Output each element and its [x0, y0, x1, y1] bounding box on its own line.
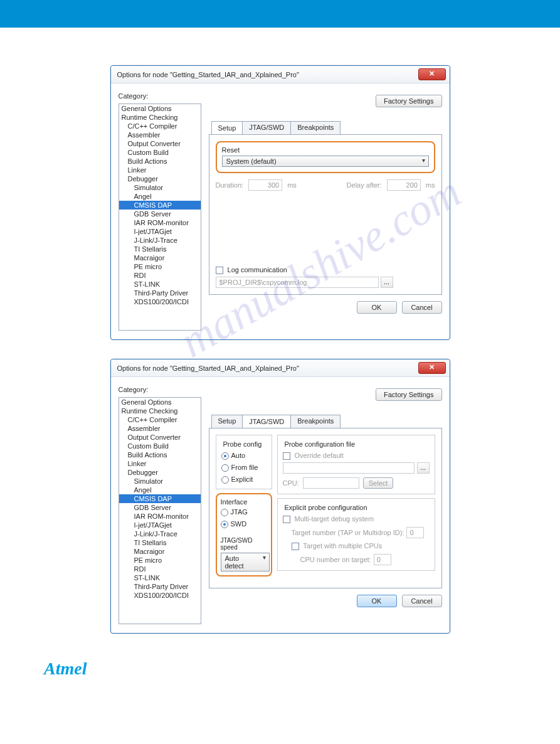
category-item[interactable]: Angel [119, 192, 201, 201]
category-label: Category: [119, 92, 201, 100]
category-listbox[interactable]: General OptionsRuntime CheckingC/C++ Com… [119, 104, 201, 331]
tabpane-setup: Reset System (default) Duration: 300 ms … [209, 134, 442, 295]
category-item[interactable]: RDI [119, 565, 201, 573]
category-item[interactable]: J-Link/J-Trace [119, 529, 201, 538]
category-item[interactable]: Runtime Checking [119, 113, 201, 122]
ok-button[interactable]: OK [357, 595, 397, 607]
category-item[interactable]: Angel [119, 486, 201, 494]
reset-dropdown[interactable]: System (default) [222, 156, 429, 167]
tabbar: Setup JTAG/SWD Breakpoints [211, 415, 442, 428]
cpunum-input[interactable]: 0 [374, 554, 391, 565]
tab-setup[interactable]: Setup [211, 415, 243, 428]
header-bar [0, 0, 560, 28]
radio-auto[interactable] [221, 452, 229, 460]
titlebar: Options for node "Getting_Started_IAR_an… [111, 66, 450, 83]
category-item[interactable]: J-Link/J-Trace [119, 236, 201, 245]
cpu-label: CPU: [283, 479, 299, 487]
category-item[interactable]: I-jet/JTAGjet [119, 521, 201, 529]
category-item[interactable]: Debugger [119, 174, 201, 183]
pcf-label: Probe configuration file [283, 440, 357, 448]
category-item[interactable]: XDS100/200/ICDI [119, 297, 201, 306]
category-item[interactable]: GDB Server [119, 210, 201, 218]
category-item[interactable]: ST-LINK [119, 280, 201, 289]
category-item[interactable]: IAR ROM-monitor [119, 218, 201, 227]
category-item[interactable]: Debugger [119, 468, 201, 477]
multi-target-checkbox[interactable] [283, 516, 290, 523]
tab-breakpoints[interactable]: Breakpoints [290, 121, 341, 134]
category-item[interactable]: ST-LINK [119, 573, 201, 582]
multicpu-checkbox[interactable] [292, 543, 299, 550]
category-item[interactable]: PE micro [119, 556, 201, 565]
cancel-button[interactable]: Cancel [402, 301, 442, 314]
category-item[interactable]: Linker [119, 459, 201, 468]
category-item[interactable]: XDS100/200/ICDI [119, 591, 201, 600]
tab-jtagswd[interactable]: JTAG/SWD [242, 121, 291, 134]
delay-input[interactable]: 200 [387, 179, 421, 191]
category-item[interactable]: Assembler [119, 130, 201, 139]
category-item[interactable]: TI Stellaris [119, 245, 201, 253]
tap-label: Target number (TAP or Multidrop ID): [292, 529, 404, 536]
select-button[interactable]: Select [363, 477, 394, 489]
dialog-title: Options for node "Getting_Started_IAR_an… [117, 71, 299, 78]
titlebar: Options for node "Getting_Started_IAR_an… [111, 359, 450, 377]
category-item[interactable]: Macraigor [119, 253, 201, 262]
radio-explicit[interactable] [221, 476, 229, 484]
category-item[interactable]: IAR ROM-monitor [119, 512, 201, 521]
tab-setup[interactable]: Setup [211, 121, 243, 134]
category-item[interactable]: C/C++ Compiler [119, 415, 201, 424]
browse-button[interactable]: ... [381, 277, 393, 288]
category-item[interactable]: General Options [119, 104, 201, 113]
category-item[interactable]: PE micro [119, 262, 201, 271]
category-item[interactable]: Linker [119, 166, 201, 174]
log-comm-label: Log communication [228, 266, 287, 274]
cancel-button[interactable]: Cancel [402, 595, 442, 607]
category-item[interactable]: Build Actions [119, 157, 201, 166]
tab-breakpoints[interactable]: Breakpoints [290, 415, 341, 428]
category-listbox[interactable]: General OptionsRuntime CheckingC/C++ Com… [119, 397, 201, 624]
factory-settings-button[interactable]: Factory Settings [376, 388, 441, 401]
category-item[interactable]: Custom Build [119, 442, 201, 450]
speed-dropdown[interactable]: Auto detect [221, 553, 270, 571]
probe-config-file-group: Probe configuration file Override defaul… [277, 435, 435, 494]
category-item[interactable]: Runtime Checking [119, 407, 201, 415]
tap-input[interactable]: 0 [406, 527, 424, 538]
category-item[interactable]: Output Converter [119, 139, 201, 148]
log-checkbox[interactable] [216, 267, 223, 274]
category-item[interactable]: I-jet/JTAGjet [119, 227, 201, 236]
log-path-input[interactable]: $PROJ_DIR$\cspycomm.log [216, 277, 379, 288]
radio-jtag[interactable] [221, 509, 228, 516]
category-item[interactable]: TI Stellaris [119, 538, 201, 547]
category-item[interactable]: Custom Build [119, 148, 201, 157]
category-item[interactable]: Third-Party Driver [119, 582, 201, 591]
category-item[interactable]: Assembler [119, 424, 201, 433]
page-content: Options for node "Getting_Started_IAR_an… [0, 28, 560, 710]
factory-settings-button[interactable]: Factory Settings [376, 95, 441, 107]
pcf-path-input[interactable] [283, 462, 415, 474]
radio-swd[interactable] [221, 521, 228, 528]
duration-label: Duration: [216, 181, 244, 189]
cpu-input[interactable] [303, 477, 359, 489]
category-item[interactable]: Build Actions [119, 450, 201, 459]
pcf-browse-button[interactable]: ... [417, 462, 430, 474]
duration-input[interactable]: 300 [248, 179, 282, 191]
probe-config-label: Probe config [221, 440, 264, 448]
close-button[interactable]: ✕ [418, 362, 446, 374]
category-item[interactable]: Output Converter [119, 433, 201, 442]
category-item[interactable]: GDB Server [119, 503, 201, 512]
radio-fromfile[interactable] [221, 464, 229, 472]
duration-unit: ms [287, 181, 297, 189]
override-checkbox[interactable] [283, 452, 290, 460]
category-item[interactable]: Third-Party Driver [119, 289, 201, 297]
category-item[interactable]: CMSIS DAP [119, 494, 201, 503]
ok-button[interactable]: OK [357, 301, 397, 314]
close-button[interactable]: ✕ [418, 68, 446, 80]
category-item[interactable]: CMSIS DAP [119, 201, 201, 210]
category-item[interactable]: Simulator [119, 477, 201, 486]
delay-label: Delay after: [347, 181, 382, 189]
category-item[interactable]: RDI [119, 271, 201, 280]
category-item[interactable]: Macraigor [119, 547, 201, 556]
category-item[interactable]: Simulator [119, 183, 201, 192]
tab-jtagswd[interactable]: JTAG/SWD [242, 415, 291, 428]
category-item[interactable]: C/C++ Compiler [119, 122, 201, 130]
category-item[interactable]: General Options [119, 398, 201, 407]
